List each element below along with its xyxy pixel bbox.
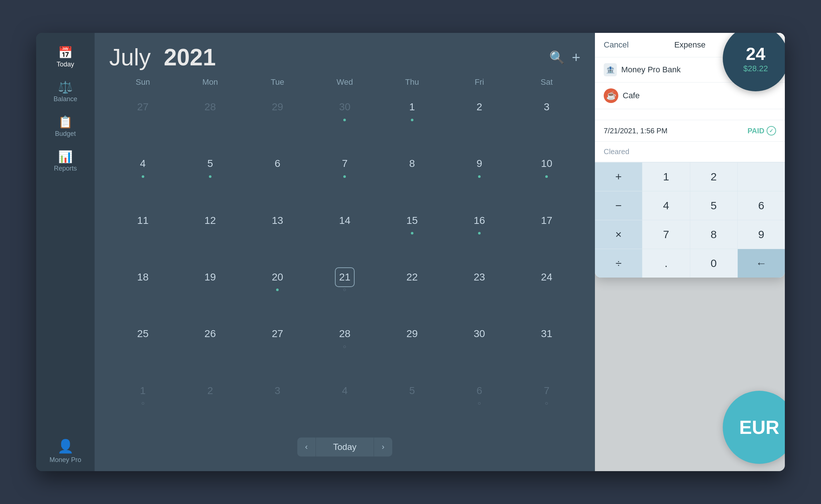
reports-icon: 📊 xyxy=(58,151,73,163)
sidebar-label-balance: Balance xyxy=(53,95,77,103)
calendar-day[interactable]: 10 xyxy=(513,150,580,207)
calendar-day[interactable]: 11 xyxy=(109,207,176,264)
num-5-button[interactable]: 5 xyxy=(690,191,737,220)
calendar-day[interactable]: 8 xyxy=(378,150,446,207)
sidebar-label-budget: Budget xyxy=(55,130,76,138)
calendar-day[interactable]: 5 xyxy=(378,377,446,434)
calendar-day[interactable]: 4 xyxy=(311,377,378,434)
calendar-day[interactable]: 14 xyxy=(311,207,378,264)
balance-icon: ⚖️ xyxy=(58,81,73,93)
calendar-day[interactable]: 31 xyxy=(513,320,580,377)
calendar-day[interactable]: 7 xyxy=(311,150,378,207)
calendar-day[interactable]: 17 xyxy=(513,207,580,264)
sidebar-item-today[interactable]: 📅 Today xyxy=(36,40,95,75)
calendar-day[interactable]: 25 xyxy=(109,320,176,377)
calendar-day[interactable]: 3 xyxy=(513,93,580,150)
amount-circle-container: 24 $28.22 xyxy=(723,33,785,91)
calendar-day[interactable]: 18 xyxy=(109,264,176,320)
category-name: Cafe xyxy=(623,91,639,100)
moneypro-label: Money Pro xyxy=(49,456,81,464)
sidebar-label-reports: Reports xyxy=(54,165,77,172)
day-header-fri: Fri xyxy=(446,75,513,90)
day-header-tue: Tue xyxy=(244,75,311,90)
date-text: 7/21/2021, 1:56 PM xyxy=(604,127,748,135)
num-2-button[interactable]: 2 xyxy=(690,163,737,191)
calendar-day[interactable]: 9 xyxy=(446,150,513,207)
calendar-day[interactable]: 28 xyxy=(311,320,378,377)
search-button[interactable]: 🔍 xyxy=(549,51,565,64)
paid-check-icon: ✓ xyxy=(767,126,776,135)
calendar-day[interactable]: 2 xyxy=(446,93,513,150)
calendar-day[interactable]: 30 xyxy=(311,93,378,150)
prev-month-button[interactable]: ‹ xyxy=(297,438,316,457)
paid-label: PAID xyxy=(748,127,764,135)
num-8-button[interactable]: 8 xyxy=(690,220,737,249)
header-actions: 🔍 + xyxy=(549,50,580,65)
num-0-button[interactable]: 0 xyxy=(690,249,737,278)
num-7-button[interactable]: 7 xyxy=(642,220,690,249)
backspace-button[interactable]: ← xyxy=(738,249,785,278)
calendar-grid: 27 28 29 30 1 2 3 4 5 6 7 8 9 10 11 12 1… xyxy=(109,93,580,434)
sidebar-item-budget[interactable]: 📋 Budget xyxy=(36,110,95,144)
today-nav: ‹ Today › xyxy=(109,434,580,464)
num-4-button[interactable]: 4 xyxy=(642,191,690,220)
account-name: Money Pro Bank xyxy=(621,65,681,75)
sidebar-item-reports[interactable]: 📊 Reports xyxy=(36,144,95,179)
category-icon: ☕ xyxy=(604,88,618,103)
calendar-day[interactable]: 30 xyxy=(446,320,513,377)
num-9-button[interactable]: 9 xyxy=(738,220,785,249)
num-1-button[interactable]: 1 xyxy=(642,163,690,191)
calendar-day[interactable]: 1 xyxy=(109,377,176,434)
calendar-day-selected[interactable]: 21 xyxy=(311,264,378,320)
calendar-day[interactable]: 15 xyxy=(378,207,446,264)
minus-button[interactable]: − xyxy=(595,191,642,220)
day-header-wed: Wed xyxy=(311,75,378,90)
num-6-button[interactable]: 6 xyxy=(738,191,785,220)
header: July 2021 🔍 + xyxy=(95,33,595,75)
sidebar-item-moneypro[interactable]: 👤 Money Pro xyxy=(36,431,95,471)
calendar-day[interactable]: 24 xyxy=(513,264,580,320)
day-header-thu: Thu xyxy=(378,75,446,90)
calendar-day[interactable]: 27 xyxy=(109,93,176,150)
multiply-button[interactable]: × xyxy=(595,220,642,249)
sidebar-item-balance[interactable]: ⚖️ Balance xyxy=(36,75,95,110)
add-button[interactable]: + xyxy=(572,50,580,65)
calendar-day[interactable]: 20 xyxy=(244,264,311,320)
calendar-day[interactable]: 27 xyxy=(244,320,311,377)
calendar-day[interactable]: 2 xyxy=(176,377,244,434)
calendar-day[interactable]: 3 xyxy=(244,377,311,434)
calendar-day[interactable]: 5 xyxy=(176,150,244,207)
year-label: 2021 xyxy=(164,44,215,70)
calendar-day[interactable]: 28 xyxy=(176,93,244,150)
page-title: July 2021 xyxy=(109,44,216,71)
calendar-day[interactable]: 29 xyxy=(244,93,311,150)
next-month-button[interactable]: › xyxy=(374,438,392,457)
calendar-day[interactable]: 26 xyxy=(176,320,244,377)
day-header-sat: Sat xyxy=(513,75,580,90)
calendar-day[interactable]: 29 xyxy=(378,320,446,377)
budget-icon: 📋 xyxy=(58,116,73,128)
cleared-label: Cleared xyxy=(604,148,629,156)
calendar-day[interactable]: 4 xyxy=(109,150,176,207)
divide-button[interactable]: ÷ xyxy=(595,249,642,278)
plus-button[interactable]: + xyxy=(595,163,642,191)
today-button[interactable]: Today xyxy=(316,438,374,457)
calendar-day[interactable]: 6 xyxy=(446,377,513,434)
main-content: July 2021 🔍 + Sun Mon Tue Wed Thu Fri Sa… xyxy=(95,33,595,471)
calendar-day[interactable]: 7 xyxy=(513,377,580,434)
account-icon: 🏦 xyxy=(604,63,617,76)
cancel-button[interactable]: Cancel xyxy=(595,33,664,57)
eur-label: EUR xyxy=(739,416,779,438)
decimal-button[interactable]: . xyxy=(642,249,690,278)
numpad: + 1 2 − 4 5 6 × 7 8 9 ÷ . 0 ← xyxy=(595,162,785,278)
calendar-day[interactable]: 1 xyxy=(378,93,446,150)
calendar-day[interactable]: 12 xyxy=(176,207,244,264)
calendar-day[interactable]: 19 xyxy=(176,264,244,320)
calendar-day[interactable]: 6 xyxy=(244,150,311,207)
month-label: July xyxy=(109,44,151,70)
calendar-day[interactable]: 16 xyxy=(446,207,513,264)
cleared-row: Cleared xyxy=(595,142,785,162)
calendar-day[interactable]: 13 xyxy=(244,207,311,264)
calendar-day[interactable]: 22 xyxy=(378,264,446,320)
calendar-day[interactable]: 23 xyxy=(446,264,513,320)
